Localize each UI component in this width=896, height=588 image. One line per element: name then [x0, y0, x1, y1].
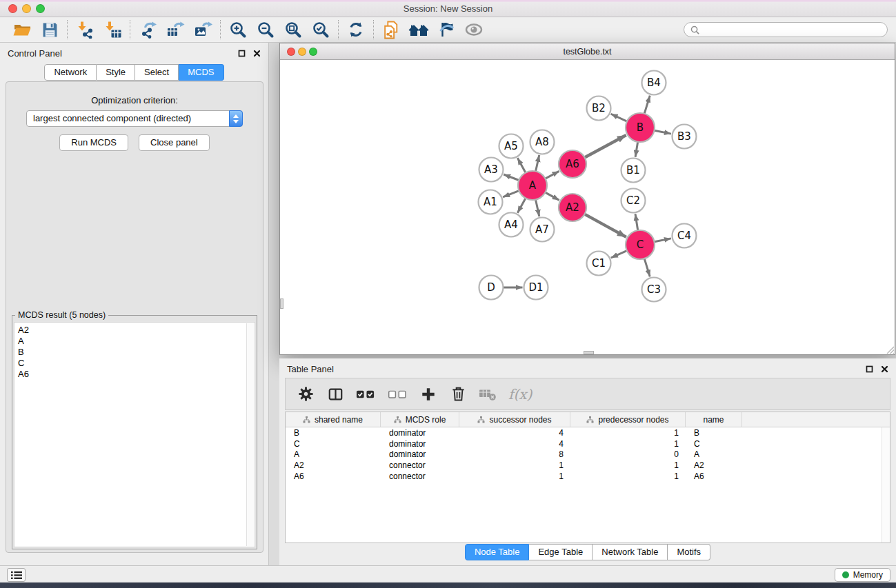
delete-table-button[interactable] [479, 384, 497, 405]
result-item-a6[interactable]: A6 [18, 369, 246, 380]
select-all-button[interactable] [356, 384, 376, 405]
function-builder-button[interactable]: f(x) [508, 384, 532, 405]
network-from-file-button[interactable] [377, 19, 405, 41]
table-cell: A2 [286, 460, 381, 470]
float-panel-icon[interactable] [238, 50, 246, 57]
column-header-MCDS-role[interactable]: MCDS role [381, 412, 459, 427]
tab-style[interactable]: Style [97, 64, 135, 81]
refresh-button[interactable] [342, 19, 370, 41]
memory-button[interactable]: Memory [835, 568, 890, 582]
column-header-successor-nodes[interactable]: successor nodes [459, 412, 570, 427]
table-row[interactable]: A2connector11A2 [286, 460, 890, 471]
graph-edge-C-C1[interactable] [611, 251, 627, 258]
float-table-panel-icon[interactable] [866, 365, 873, 373]
result-item-a2[interactable]: A2 [18, 325, 246, 336]
graph-edge-B-B4[interactable] [644, 96, 650, 114]
toolbar-separator [67, 20, 68, 39]
zoom-window-button[interactable] [36, 4, 45, 13]
run-mcds-button[interactable]: Run MCDS [59, 134, 128, 151]
open-session-button[interactable] [8, 19, 36, 41]
graph-edge-B-B3[interactable] [655, 130, 671, 134]
zoom-in-button[interactable] [224, 19, 252, 41]
delete-column-button[interactable] [449, 384, 467, 405]
dropdown-value: largest connected component (directed) [33, 113, 191, 123]
tab-edge-table[interactable]: Edge Table [529, 544, 593, 560]
column-header-predecessor-nodes[interactable]: predecessor nodes [570, 412, 686, 427]
table-row[interactable]: A6connector11A6 [286, 471, 890, 482]
add-column-button[interactable] [419, 384, 437, 405]
save-session-button[interactable] [36, 19, 63, 41]
graphics-details-button[interactable] [432, 19, 460, 41]
fx-icon: f(x) [508, 386, 532, 403]
import-network-button[interactable] [71, 19, 99, 41]
show-hide-button[interactable] [460, 19, 488, 41]
result-item-b[interactable]: B [18, 347, 246, 358]
table-settings-button[interactable] [297, 384, 315, 405]
export-image-button[interactable] [189, 19, 217, 41]
close-table-panel-icon[interactable] [881, 365, 888, 373]
resize-grip-icon[interactable] [885, 345, 894, 354]
graph-edge-A-A6[interactable] [546, 171, 559, 179]
tab-node-table[interactable]: Node Table [465, 544, 530, 560]
network-close-button[interactable] [287, 48, 295, 56]
graph-edge-A-A2[interactable] [545, 192, 559, 200]
column-type-icon [394, 416, 401, 423]
graph-edge-A-A8[interactable] [536, 155, 539, 171]
optimization-dropdown[interactable]: largest connected component (directed) [26, 110, 243, 127]
export-network-button[interactable] [134, 19, 161, 41]
table-row[interactable]: Adominator80A [286, 449, 890, 460]
zoom-selected-icon [312, 21, 330, 39]
table-toolbar: f(x) [285, 378, 890, 410]
graph-edge-A-A7[interactable] [535, 200, 539, 216]
deselect-all-button[interactable] [388, 384, 408, 405]
graph-edge-A-A5[interactable] [517, 158, 526, 172]
mcds-result-list: A2ABCA6 [15, 323, 246, 546]
network-zoom-button[interactable] [309, 48, 317, 56]
graph-edge-B-B2[interactable] [611, 114, 627, 121]
graph-edge-C-C4[interactable] [655, 239, 671, 242]
table-row[interactable]: Bdominator41B [286, 427, 890, 438]
network-vscroll-thumb[interactable] [280, 298, 283, 309]
graph-edge-C-C3[interactable] [644, 258, 650, 276]
column-header-shared-name[interactable]: shared name [286, 412, 381, 427]
close-panel-icon[interactable] [253, 50, 261, 57]
result-scrollbar[interactable] [246, 323, 254, 546]
network-minimize-button[interactable] [298, 48, 306, 56]
column-visibility-button[interactable] [326, 384, 344, 405]
zoom-out-button[interactable] [252, 19, 279, 41]
table-header-row: shared nameMCDS rolesuccessor nodesprede… [286, 412, 890, 427]
graph-edge-A6-B[interactable] [585, 135, 626, 158]
import-table-button[interactable] [99, 19, 126, 41]
node-table: shared nameMCDS rolesuccessor nodesprede… [285, 412, 890, 543]
table-row[interactable]: Cdominator41C [286, 438, 890, 449]
graph-edge-C-C2[interactable] [635, 214, 638, 230]
search-input[interactable] [703, 25, 881, 34]
zoom-fit-button[interactable] [279, 19, 307, 41]
export-table-button[interactable] [161, 19, 189, 41]
zoom-selected-button[interactable] [307, 19, 335, 41]
tab-mcds[interactable]: MCDS [179, 64, 223, 81]
table-scrollbar[interactable] [882, 427, 890, 543]
network-canvas[interactable]: AA6A2BCA5A8A3A1A4A7B2B4B3B1C2C4C1C3DD1 [280, 60, 895, 354]
network-hscroll-thumb[interactable] [584, 351, 594, 354]
close-window-button[interactable] [8, 4, 17, 13]
tab-select[interactable]: Select [135, 64, 179, 81]
graph-edge-A-A3[interactable] [504, 174, 519, 181]
network-graph[interactable]: AA6A2BCA5A8A3A1A4A7B2B4B3B1C2C4C1C3DD1 [280, 60, 894, 352]
column-header-name[interactable]: name [686, 412, 742, 427]
home-layout-button[interactable] [405, 19, 432, 41]
task-history-button[interactable] [7, 568, 26, 582]
search-field[interactable] [684, 22, 888, 37]
graph-edge-A-A1[interactable] [503, 191, 519, 197]
result-item-a[interactable]: A [18, 336, 246, 347]
tab-motifs[interactable]: Motifs [668, 544, 710, 560]
table-cell: 4 [459, 428, 570, 438]
close-panel-button[interactable]: Close panel [139, 134, 210, 151]
graph-edge-B-B1[interactable] [635, 142, 638, 157]
tab-network[interactable]: Network [44, 64, 97, 81]
tab-network-table[interactable]: Network Table [593, 544, 668, 560]
result-item-c[interactable]: C [18, 358, 246, 369]
minimize-window-button[interactable] [22, 4, 31, 13]
graph-edge-A2-C[interactable] [585, 214, 626, 237]
graph-edge-A-A4[interactable] [517, 198, 526, 212]
